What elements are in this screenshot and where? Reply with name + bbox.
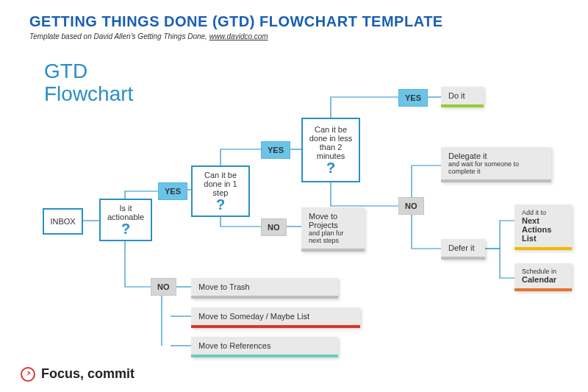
action-references: Move to References	[191, 337, 338, 357]
node-one-step: Can it be done in 1 step ?	[191, 165, 250, 217]
pill-yes-2: YES	[261, 141, 290, 159]
projects-l1: Move to Projects	[309, 212, 357, 229]
node-actionable: Is it actionable ?	[99, 199, 152, 241]
q-icon: ?	[121, 221, 130, 236]
calendar-l1: Schedule in	[522, 268, 564, 275]
pill-no-2: NO	[261, 218, 287, 236]
pill-yes-1: YES	[158, 182, 187, 200]
action-next-actions: Add it to Next Actions List	[514, 204, 572, 250]
do-it-text: Do it	[448, 91, 465, 100]
someday-accent	[191, 325, 360, 328]
footer: Focus, commit	[21, 366, 135, 382]
flowchart-heading-l2: Flowchart	[44, 83, 133, 106]
page-title: GETTING THINGS DONE (GTD) FLOWCHART TEMP…	[29, 13, 443, 30]
action-defer: Defer it	[441, 239, 485, 260]
inbox-accent	[44, 235, 82, 239]
connectors	[0, 0, 588, 392]
subtitle-text: Template based on David Allen's Getting …	[29, 32, 209, 40]
delegate-l2: and wait for someone to complete it	[448, 160, 544, 175]
pill-no-1: NO	[151, 278, 176, 296]
trash-accent	[191, 296, 338, 299]
subtitle-link[interactable]: www.davidco.com	[209, 32, 268, 40]
someday-text: Move to Someday / Maybe List	[198, 312, 309, 321]
next-actions-l1: Add it to	[522, 209, 564, 216]
action-delegate: Delegate it and wait for someone to comp…	[441, 147, 551, 182]
references-accent	[191, 354, 338, 357]
references-text: Move to References	[198, 341, 270, 350]
action-do-it: Do it	[441, 87, 484, 107]
inbox-label: INBOX	[50, 217, 75, 226]
next-actions-l2: Next Actions List	[522, 216, 564, 243]
footer-text: Focus, commit	[41, 366, 135, 382]
node-inbox: INBOX	[43, 208, 83, 235]
subtitle: Template based on David Allen's Getting …	[29, 32, 268, 40]
q-icon: ?	[216, 197, 225, 212]
defer-accent	[441, 257, 485, 260]
action-trash: Move to Trash	[191, 278, 338, 299]
calendar-accent	[514, 288, 572, 291]
stopwatch-icon	[21, 367, 35, 382]
actionable-text: Is it actionable	[105, 204, 146, 221]
action-someday: Move to Someday / Maybe List	[191, 307, 360, 328]
projects-l2: and plan for next steps	[309, 229, 357, 244]
do-it-accent	[441, 104, 484, 107]
flowchart-heading-l1: GTD	[44, 60, 133, 83]
action-projects: Move to Projects and plan for next steps	[301, 207, 365, 252]
two-min-text: Can it be done in less than 2 minutes	[307, 125, 354, 160]
trash-text: Move to Trash	[198, 282, 250, 291]
q-icon: ?	[326, 160, 335, 175]
one-step-text: Can it be done in 1 step	[197, 171, 244, 197]
calendar-l2: Calendar	[522, 275, 564, 284]
node-two-minutes: Can it be done in less than 2 minutes ?	[301, 118, 360, 182]
pill-no-3: NO	[398, 197, 424, 215]
flowchart-heading: GTD Flowchart	[44, 60, 133, 106]
pill-yes-3: YES	[398, 89, 428, 107]
next-actions-accent	[514, 247, 572, 250]
delegate-accent	[441, 179, 551, 182]
delegate-l1: Delegate it	[448, 152, 544, 160]
defer-text: Defer it	[448, 243, 474, 252]
projects-accent	[301, 249, 365, 252]
action-calendar: Schedule in Calendar	[514, 263, 572, 291]
